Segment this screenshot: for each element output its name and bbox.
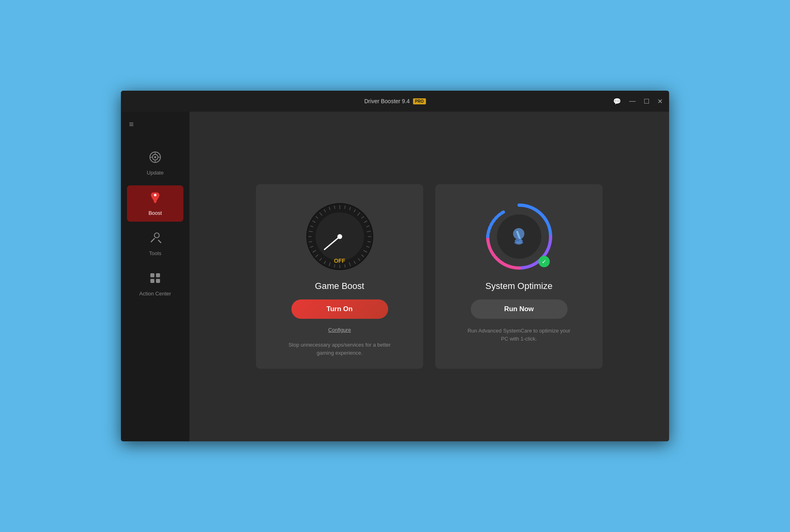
- maximize-icon[interactable]: ☐: [644, 98, 649, 105]
- svg-point-9: [154, 233, 159, 238]
- sidebar-item-boost[interactable]: Boost: [127, 185, 183, 222]
- action-center-icon: [149, 272, 162, 287]
- system-optimize-card: ✓ System Optimize Run Now Run Advanced S…: [435, 184, 603, 369]
- tools-label: Tools: [149, 250, 161, 256]
- titlebar-center: Driver Booster 9.4 PRO: [364, 98, 426, 104]
- turn-on-button[interactable]: Turn On: [291, 299, 388, 319]
- sidebar: ≡ Update: [121, 112, 189, 441]
- chat-icon[interactable]: 💬: [613, 98, 621, 105]
- svg-line-8: [151, 239, 154, 242]
- svg-point-2: [154, 156, 156, 158]
- system-optimize-title: System Optimize: [485, 281, 552, 291]
- main-content: OFF Game Boost Turn On Configure Stop un…: [189, 112, 669, 441]
- pro-badge: PRO: [413, 98, 426, 104]
- cards-row: OFF Game Boost Turn On Configure Stop un…: [256, 184, 603, 369]
- svg-point-7: [154, 194, 156, 196]
- gauge-container: OFF: [304, 200, 376, 273]
- system-optimize-description: Run Advanced SystemCare to optimize your…: [467, 327, 572, 343]
- sidebar-item-action-center[interactable]: Action Center: [127, 266, 183, 302]
- optimize-container: ✓: [483, 200, 555, 273]
- boost-label: Boost: [148, 210, 162, 216]
- svg-rect-14: [156, 279, 160, 283]
- hamburger-menu[interactable]: ≡: [121, 120, 134, 129]
- tools-icon: [149, 231, 162, 247]
- game-boost-description: Stop unnecessary apps/services for a bet…: [287, 341, 392, 357]
- check-badge: ✓: [538, 256, 550, 267]
- app-title: Driver Booster 9.4: [364, 98, 410, 104]
- titlebar: Driver Booster 9.4 PRO 💬 — ☐ ✕: [121, 91, 669, 112]
- svg-rect-11: [150, 273, 154, 277]
- update-icon: [149, 151, 162, 166]
- game-boost-card: OFF Game Boost Turn On Configure Stop un…: [256, 184, 423, 369]
- svg-line-10: [158, 240, 161, 243]
- game-boost-title: Game Boost: [315, 281, 364, 291]
- window-body: ≡ Update: [121, 112, 669, 441]
- main-window: Driver Booster 9.4 PRO 💬 — ☐ ✕ ≡: [121, 91, 669, 441]
- run-now-button[interactable]: Run Now: [471, 299, 568, 319]
- svg-rect-13: [150, 279, 154, 283]
- configure-link[interactable]: Configure: [328, 327, 351, 333]
- update-label: Update: [147, 170, 164, 176]
- titlebar-controls: 💬 — ☐ ✕: [613, 98, 663, 105]
- svg-point-54: [337, 234, 342, 239]
- sidebar-item-update[interactable]: Update: [127, 145, 183, 181]
- close-icon[interactable]: ✕: [657, 98, 663, 105]
- action-center-label: Action Center: [139, 291, 171, 297]
- minimize-icon[interactable]: —: [629, 98, 636, 105]
- svg-rect-12: [156, 273, 160, 277]
- gauge-status: OFF: [334, 258, 345, 264]
- sidebar-item-tools[interactable]: Tools: [127, 226, 183, 262]
- boost-icon: [149, 191, 162, 207]
